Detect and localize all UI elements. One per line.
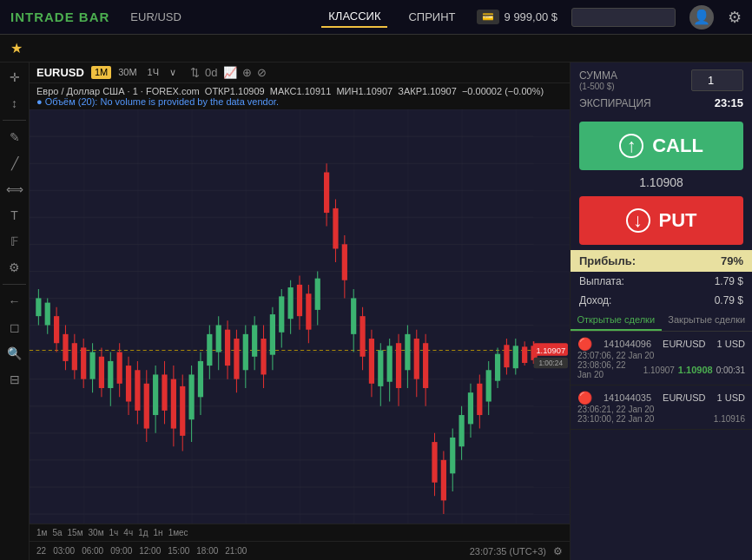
chart-svg: 1.10907 1:00:24 [30, 109, 570, 541]
layer-tool[interactable]: ⊟ [3, 370, 27, 389]
svg-rect-41 [135, 370, 140, 411]
indicator-icon[interactable]: 📈 [223, 66, 237, 79]
trade-row-1-bottom: 23:07:06, 22 Jan 20 [577, 351, 745, 360]
sum-input[interactable] [691, 69, 743, 91]
chart-timeframes: 1M 30M 1Ч ∨ [91, 66, 180, 79]
svg-rect-89 [351, 298, 356, 333]
svg-rect-121 [495, 354, 500, 381]
pattern-tool[interactable]: ⚙ [3, 258, 27, 277]
sum-label: СУММА [579, 69, 617, 82]
svg-rect-85 [333, 208, 338, 249]
svg-rect-53 [188, 374, 194, 419]
text-tool[interactable]: T [3, 206, 27, 225]
svg-rect-81 [315, 279, 320, 310]
svg-rect-79 [306, 293, 311, 329]
trade-row-2-top: 🔴 141044035 EUR/USD 1 USD [577, 391, 745, 405]
svg-text:1:00:24: 1:00:24 [538, 359, 563, 367]
tab-closed-trades[interactable]: Закрытые сделки [662, 310, 753, 331]
time-label-15: 15:00 [168, 546, 189, 556]
tf-selector[interactable]: ∨ [166, 66, 180, 79]
svg-rect-93 [369, 339, 374, 384]
tf-bottom-5m[interactable]: 5а [52, 528, 62, 537]
svg-rect-97 [387, 346, 392, 381]
add-indicator-icon[interactable]: ⊕ [242, 66, 252, 79]
svg-rect-83 [324, 172, 329, 213]
tf-1h[interactable]: 1Ч [144, 66, 162, 79]
svg-rect-125 [513, 346, 518, 368]
sum-expiry-section: СУММА (1-500 $) ЭКСПИРАЦИЯ 23:15 [571, 63, 752, 122]
svg-rect-111 [450, 438, 455, 473]
trade-amount-1: 1 USD [717, 339, 745, 349]
trade-date2-1: 23:08:06, 22 Jan 20 [577, 360, 640, 379]
crosshair-tool[interactable]: ✛ [3, 68, 27, 87]
trade-id-2: 141044035 [604, 392, 651, 403]
time-label-12: 12:00 [139, 546, 161, 556]
candle-type-icon[interactable]: 0d [205, 66, 217, 79]
arrow-tool[interactable]: ↕ [3, 94, 27, 113]
undo-tool[interactable]: ← [3, 292, 27, 311]
rectangle-tool[interactable]: ◻ [3, 318, 27, 337]
svg-rect-57 [207, 334, 212, 366]
nav-sprint[interactable]: СПРИНТ [401, 7, 462, 27]
tf-1m[interactable]: 1M [91, 66, 111, 79]
tf-bottom-4h[interactable]: 4ч [123, 528, 133, 537]
svg-rect-21 [45, 303, 50, 326]
svg-rect-51 [180, 386, 185, 436]
fibonacci-tool[interactable]: 𝔽 [3, 232, 27, 251]
pencil-tool[interactable]: ✎ [3, 128, 27, 147]
tab-open-label: Открытые сделки [577, 314, 655, 325]
chart-open: ОТКР1.10909 [205, 86, 265, 96]
trade-id-1: 141044096 [604, 339, 651, 349]
current-datetime: 23:07:35 (UTC+3) [470, 546, 546, 557]
trade-row-1-prices: 23:08:06, 22 Jan 20 1.10907 1.10908 0:00… [577, 360, 745, 379]
expiry-label: ЭКСПИРАЦИЯ [579, 97, 651, 109]
chart-bottom-bar: 22 03:00 06:00 09:00 12:00 15:00 18:00 2… [30, 541, 570, 560]
left-toolbar: ✛ ↕ ✎ ╱ ⟺ T 𝔽 ⚙ ← ◻ 🔍 ⊟ [0, 63, 30, 560]
svg-rect-119 [486, 370, 491, 401]
tf-bottom-1d[interactable]: 1д [138, 528, 148, 537]
time-label-9: 09:00 [110, 546, 132, 556]
line-tool[interactable]: ╱ [3, 154, 27, 173]
tf-30m[interactable]: 30M [115, 66, 140, 79]
compare-icon[interactable]: ⇅ [190, 66, 200, 79]
svg-rect-47 [162, 374, 167, 410]
zoom-tool[interactable]: 🔍 [3, 344, 27, 363]
tf-bottom-15m[interactable]: 15м [68, 528, 83, 537]
trade-date1-2: 23:06:21, 22 Jan 20 [577, 405, 654, 414]
chart-max: МАКС1.10911 [270, 86, 332, 96]
favorite-star-icon[interactable]: ★ [10, 40, 23, 56]
sum-label-group: СУММА (1-500 $) [579, 69, 617, 91]
tool-divider-1 [3, 120, 25, 121]
tab-open-trades[interactable]: Открытые сделки [571, 310, 662, 331]
call-button[interactable]: ↑ CALL [579, 122, 743, 170]
trade-item-2: 🔴 141044035 EUR/USD 1 USD 23:06:21, 22 J… [571, 385, 752, 430]
svg-rect-33 [99, 357, 104, 388]
tf-bottom-1h[interactable]: 1ч [109, 528, 119, 537]
chart-info: Евро / Доллар США · 1 · FOREX.com ОТКР1.… [30, 83, 570, 109]
payout-label: Выплата: [579, 275, 624, 287]
svg-rect-19 [36, 298, 41, 316]
trade-date1-1: 23:07:06, 22 Jan 20 [577, 351, 654, 360]
settings-bottom-icon[interactable]: ⚙ [553, 545, 563, 557]
nav-search-input[interactable] [571, 8, 676, 27]
nav-classic[interactable]: КЛАССИК [321, 6, 387, 28]
svg-rect-117 [477, 384, 482, 415]
settings-icon[interactable]: ⚙ [728, 8, 742, 27]
trade-timer-1: 0:00:31 [716, 366, 745, 375]
svg-rect-27 [72, 343, 77, 370]
tf-bottom-1mo[interactable]: 1мес [168, 528, 188, 537]
tf-bottom-1m[interactable]: 1м [36, 528, 47, 537]
chart-header: EURUSD 1M 30M 1Ч ∨ ⇅ 0d 📈 ⊕ ⊘ [30, 63, 570, 83]
put-button[interactable]: ↓ PUT [579, 196, 743, 245]
parallel-tool[interactable]: ⟺ [3, 180, 27, 199]
tf-bottom-30m[interactable]: 30м [89, 528, 104, 537]
settings-chart-icon[interactable]: ⊘ [257, 66, 267, 79]
trade-price2-1: 1.10908 [678, 365, 713, 375]
trade-row-2-bottom: 23:06:21, 22 Jan 20 [577, 405, 745, 414]
avatar[interactable]: 👤 [689, 5, 714, 30]
time-label-3: 03:00 [53, 546, 75, 556]
tf-bottom-1w[interactable]: 1н [154, 528, 163, 537]
expiry-value[interactable]: 23:15 [715, 96, 743, 109]
svg-rect-55 [198, 361, 203, 397]
time-label-22: 22 [36, 546, 46, 556]
